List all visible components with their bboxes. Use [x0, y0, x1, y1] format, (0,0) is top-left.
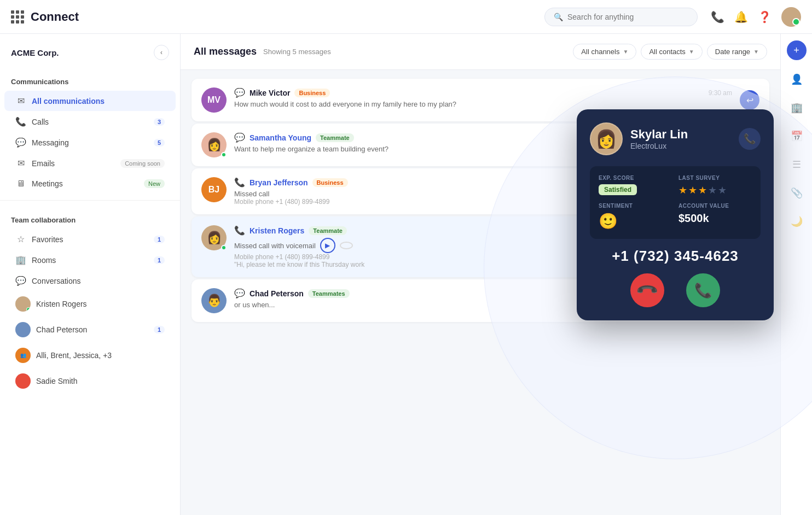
- chevron-down-icon: ▼: [623, 49, 628, 55]
- phone-icon[interactable]: 📞: [711, 10, 724, 24]
- filter-label: All contacts: [649, 48, 685, 56]
- online-indicator: [221, 152, 227, 157]
- call-card-avatar: 👩: [590, 122, 623, 155]
- section-title-team: Team collaboration: [0, 207, 180, 229]
- call-card-header: 👩 Skylar Lin ElectroLux 📞: [590, 122, 761, 155]
- sidebar-item-all-communications[interactable]: ✉ All communications: [4, 91, 176, 111]
- conversation-item-group[interactable]: 👥 Alli, Brent, Jessica, +3: [4, 343, 176, 368]
- sidebar-item-conversations[interactable]: 💬 Conversations: [4, 271, 176, 291]
- sidebar-item-messaging[interactable]: 💬 Messaging 5: [4, 132, 176, 153]
- sidebar-item-label: Emails: [32, 159, 115, 168]
- help-icon[interactable]: ❓: [758, 10, 772, 24]
- account-value: $500k: [678, 212, 752, 225]
- sender-name: Samantha Young: [250, 133, 311, 142]
- search-bar[interactable]: 🔍: [544, 8, 698, 26]
- contact-icon[interactable]: 👤: [787, 70, 806, 89]
- contact-company: ElectroLux: [630, 142, 688, 150]
- avatar: BJ: [201, 177, 227, 202]
- sender-name: Bryan Jefferson: [250, 178, 308, 187]
- call-card: 👩 Skylar Lin ElectroLux 📞 EXP. SCORE Sat…: [577, 109, 774, 320]
- company-icon[interactable]: 🏢: [787, 98, 806, 117]
- last-survey-stat: LAST SURVEY ★ ★ ★ ★ ★: [678, 175, 752, 196]
- divider: [0, 200, 180, 201]
- messages-subtitle: Showing 5 messages: [263, 48, 331, 56]
- filter-all-contacts[interactable]: All contacts ▼: [641, 44, 702, 60]
- list-icon[interactable]: ☰: [789, 155, 804, 174]
- collapse-button[interactable]: ‹: [154, 45, 169, 60]
- add-button[interactable]: +: [787, 40, 807, 60]
- messages-header: All messages Showing 5 messages All chan…: [181, 34, 780, 70]
- avatar: [15, 296, 31, 312]
- sidebar-item-emails[interactable]: ✉ Emails Coming soon: [4, 153, 176, 173]
- accept-icon: 📞: [694, 282, 712, 299]
- filter-date-range[interactable]: Date range ▼: [707, 44, 767, 60]
- attach-icon[interactable]: 📎: [787, 184, 806, 202]
- calls-icon: 📞: [15, 116, 26, 127]
- exp-score-stat: EXP. SCORE Satisfied: [599, 175, 672, 196]
- star-5: ★: [718, 184, 727, 196]
- avatar: [15, 322, 31, 337]
- calendar-icon[interactable]: 📅: [787, 127, 806, 145]
- all-comm-icon: ✉: [15, 96, 26, 106]
- messages-title: All messages: [194, 46, 257, 57]
- chevron-down-icon: ▼: [689, 49, 694, 55]
- conversation-item-kristen[interactable]: Kristen Rogers: [4, 291, 176, 317]
- reply-button[interactable]: ↩: [740, 90, 759, 110]
- exp-score-label: EXP. SCORE: [599, 175, 672, 181]
- avatar: [15, 373, 31, 389]
- star-1: ★: [678, 184, 687, 196]
- avatar-text: 👩: [207, 231, 222, 245]
- star-3: ★: [698, 184, 707, 196]
- bell-icon[interactable]: 🔔: [734, 10, 748, 24]
- sender-name: Chad Peterson: [250, 289, 304, 298]
- moon-icon[interactable]: 🌙: [787, 212, 806, 231]
- sidebar-item-label: Conversations: [32, 277, 165, 285]
- last-survey-label: LAST SURVEY: [678, 175, 752, 181]
- sentiment-stat: SENTIMENT 🙂: [599, 203, 672, 230]
- sidebar: ACME Corp. ‹ Communications ✉ All commun…: [0, 34, 181, 515]
- decline-icon: 📞: [635, 278, 660, 303]
- coming-soon-badge: Coming soon: [120, 159, 165, 168]
- conversation-name: Alli, Brent, Jessica, +3: [36, 351, 165, 360]
- filter-all-channels[interactable]: All channels ▼: [573, 44, 636, 60]
- phone-back-icon: 📞: [744, 133, 756, 145]
- top-nav: Connect 🔍 📞 🔔 ❓: [0, 0, 812, 34]
- back-button[interactable]: 📞: [739, 128, 761, 150]
- voicemail-indicator: [340, 242, 353, 249]
- conversation-item-sadie[interactable]: Sadie Smith: [4, 368, 176, 394]
- sidebar-item-label: Rooms: [32, 256, 148, 265]
- tag-teammate: Teammate: [316, 133, 354, 142]
- message-text: How much would it cost to add everyone i…: [234, 100, 732, 108]
- app-title: Connect: [31, 10, 544, 24]
- grid-icon[interactable]: [11, 10, 24, 24]
- decline-button[interactable]: 📞: [630, 273, 664, 307]
- sidebar-item-rooms[interactable]: 🏢 Rooms 1: [4, 250, 176, 270]
- avatar-text: MV: [207, 95, 221, 105]
- messaging-badge: 5: [154, 139, 165, 147]
- emails-icon: ✉: [15, 158, 26, 168]
- tag-business: Business: [294, 89, 330, 97]
- avatar: MV: [201, 87, 227, 113]
- satisfied-badge: Satisfied: [599, 184, 637, 195]
- nav-icons: 📞 🔔 ❓: [711, 7, 801, 27]
- play-button[interactable]: ▶: [320, 238, 335, 253]
- sidebar-item-favorites[interactable]: ☆ Favorites 1: [4, 229, 176, 249]
- exp-score-value: Satisfied: [599, 184, 672, 195]
- online-indicator: [26, 307, 31, 312]
- chat-icon: 💬: [234, 288, 245, 299]
- chad-badge: 1: [154, 326, 165, 333]
- star-4: ★: [708, 184, 717, 196]
- conversation-item-chad[interactable]: Chad Peterson 1: [4, 317, 176, 342]
- search-input[interactable]: [567, 13, 688, 21]
- conversation-name: Chad Peterson: [36, 325, 148, 334]
- contact-name: Skylar Lin: [630, 127, 688, 142]
- sidebar-item-meetings[interactable]: 🖥 Meetings New: [4, 174, 176, 194]
- sentiment-emoji: 🙂: [599, 212, 672, 230]
- favorites-badge: 1: [154, 236, 165, 243]
- user-avatar[interactable]: [781, 7, 801, 27]
- call-card-info: Skylar Lin ElectroLux: [630, 127, 688, 150]
- accept-button[interactable]: 📞: [686, 273, 720, 307]
- chevron-down-icon: ▼: [753, 49, 759, 55]
- sidebar-item-calls[interactable]: 📞 Calls 3: [4, 112, 176, 132]
- messaging-icon: 💬: [15, 137, 26, 148]
